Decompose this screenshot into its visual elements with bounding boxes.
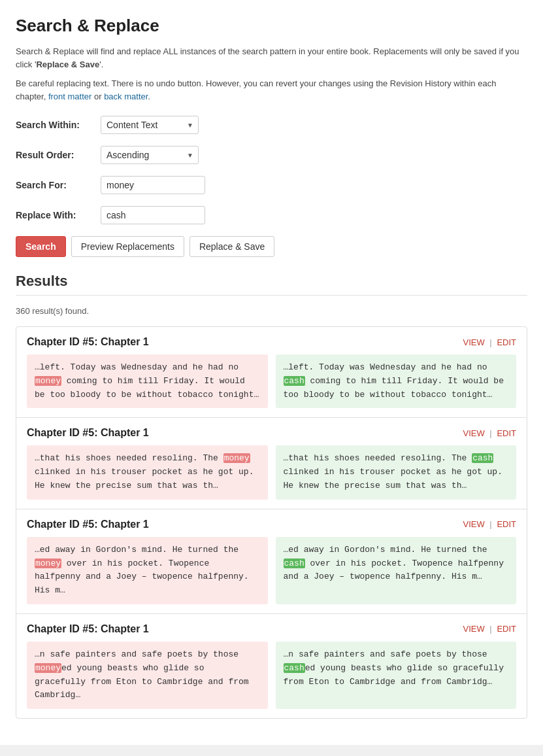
highlight-replacement: cash [284,663,305,673]
result-columns: …ed away in Gordon's mind. He turned the… [27,537,516,604]
replacement-text: …n safe painters and safe poets by those… [276,642,517,709]
page-title: Search & Replace [16,16,527,36]
search-within-label: Search Within: [16,120,101,130]
replace-with-row: Replace With: [16,206,527,224]
result-block: Chapter ID #5: Chapter 1 VIEW | EDIT …th… [16,418,527,509]
replace-with-input[interactable] [101,206,205,224]
edit-link[interactable]: EDIT [497,519,516,529]
result-block: Chapter ID #5: Chapter 1 VIEW | EDIT …ed… [16,509,527,614]
replace-with-label: Replace With: [16,210,101,220]
result-header: Chapter ID #5: Chapter 1 VIEW | EDIT [27,519,516,530]
result-actions: VIEW | EDIT [463,337,517,347]
chapter-title: Chapter ID #5: Chapter 1 [27,336,149,348]
search-within-select[interactable]: Content Text Front Matter Back Matter [101,116,199,134]
original-text: …left. Today was Wednesday and he had no… [27,354,268,408]
result-block: Chapter ID #5: Chapter 1 VIEW | EDIT …n … [16,614,527,718]
highlight-replacement: cash [472,453,493,463]
info-line-1: Search & Replace will find and replace A… [16,45,527,71]
result-header: Chapter ID #5: Chapter 1 VIEW | EDIT [27,623,516,635]
highlight-original: money [35,663,61,673]
replacement-text: …left. Today was Wednesday and he had no… [276,354,517,408]
original-text: …ed away in Gordon's mind. He turned the… [27,537,268,604]
replacement-text: …that his shoes needed resoling. The cas… [276,445,517,499]
search-for-input[interactable] [101,176,205,194]
result-block: Chapter ID #5: Chapter 1 VIEW | EDIT …le… [16,327,527,418]
info-line-2: Be careful replacing text. There is no u… [16,77,527,103]
replacement-text: …ed away in Gordon's mind. He turned the… [276,537,517,604]
edit-link[interactable]: EDIT [497,337,516,347]
result-columns: …n safe painters and safe poets by those… [27,642,516,709]
search-for-row: Search For: [16,176,527,194]
results-heading: Results [16,273,527,290]
result-actions: VIEW | EDIT [463,519,517,529]
replace-save-button[interactable]: Replace & Save [189,236,274,257]
highlight-original: money [35,558,61,568]
original-text: …that his shoes needed resoling. The mon… [27,445,268,499]
result-order-select[interactable]: Ascending Descending [101,146,199,164]
chapter-title: Chapter ID #5: Chapter 1 [27,519,149,530]
back-matter-link[interactable]: back matter [104,92,148,101]
action-separator: | [489,428,491,438]
results-divider [16,295,527,296]
result-header: Chapter ID #5: Chapter 1 VIEW | EDIT [27,336,516,348]
highlight-original: money [35,376,61,386]
results-count: 360 result(s) found. [16,306,527,316]
front-matter-link[interactable]: front matter [48,92,91,101]
chapter-title: Chapter ID #5: Chapter 1 [27,427,149,439]
edit-link[interactable]: EDIT [497,428,516,438]
action-separator: | [489,519,491,529]
search-within-wrapper: Content Text Front Matter Back Matter [101,116,199,134]
search-within-row: Search Within: Content Text Front Matter… [16,116,527,134]
highlight-replacement: cash [284,376,305,386]
view-link[interactable]: VIEW [463,337,485,347]
search-button[interactable]: Search [16,236,66,257]
result-columns: …left. Today was Wednesday and he had no… [27,354,516,408]
action-separator: | [489,624,491,634]
view-link[interactable]: VIEW [463,428,485,438]
result-actions: VIEW | EDIT [463,428,517,438]
action-separator: | [489,337,491,347]
result-order-wrapper: Ascending Descending [101,146,199,164]
result-order-row: Result Order: Ascending Descending [16,146,527,164]
search-form: Search Within: Content Text Front Matter… [16,116,527,257]
search-for-label: Search For: [16,180,101,190]
chapter-title: Chapter ID #5: Chapter 1 [27,623,149,635]
original-text: …n safe painters and safe poets by those… [27,642,268,709]
result-columns: …that his shoes needed resoling. The mon… [27,445,516,499]
result-actions: VIEW | EDIT [463,624,517,634]
action-buttons: Search Preview Replacements Replace & Sa… [16,236,527,257]
preview-button[interactable]: Preview Replacements [71,236,184,257]
highlight-original: money [223,453,250,463]
highlight-replacement: cash [284,558,305,568]
view-link[interactable]: VIEW [463,519,485,529]
edit-link[interactable]: EDIT [497,624,516,634]
result-header: Chapter ID #5: Chapter 1 VIEW | EDIT [27,427,516,439]
results-container: Chapter ID #5: Chapter 1 VIEW | EDIT …le… [16,326,527,719]
result-order-label: Result Order: [16,150,101,160]
view-link[interactable]: VIEW [463,624,485,634]
